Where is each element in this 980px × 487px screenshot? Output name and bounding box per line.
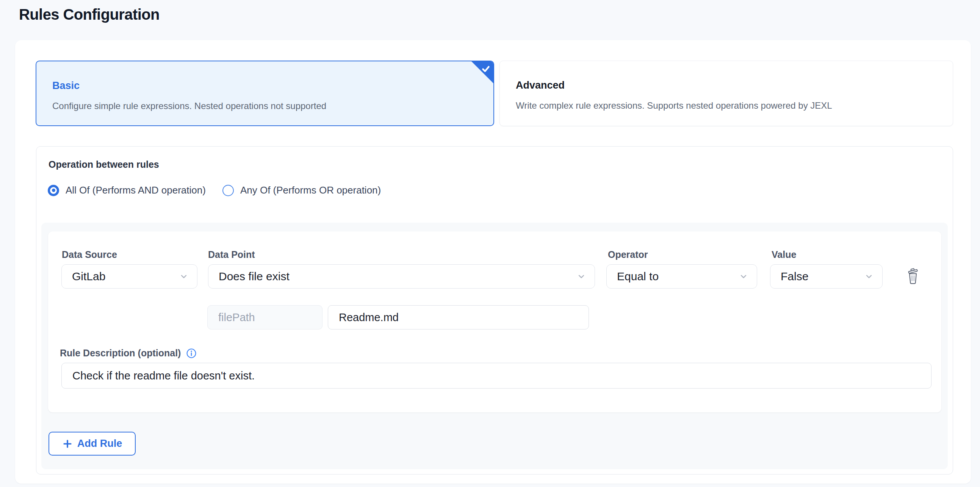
value-value: False: [781, 270, 808, 283]
basic-card-title: Basic: [52, 79, 477, 92]
chevron-down-icon: [738, 271, 748, 281]
radio-option-any-of[interactable]: Any Of (Performs OR operation): [223, 184, 381, 196]
advanced-card-description: Write complex rule expressions. Supports…: [516, 99, 937, 112]
delete-rule-button[interactable]: [903, 266, 923, 286]
radio-option-all-of[interactable]: All Of (Performs AND operation): [48, 184, 206, 196]
radio-selected-icon[interactable]: [48, 185, 59, 196]
page-title: Rules Configuration: [19, 6, 159, 23]
plus-icon: [62, 438, 73, 449]
file-path-value-input[interactable]: [328, 305, 589, 330]
rule-description-label-row: Rule Description (optional): [60, 347, 197, 359]
operation-between-rules-label: Operation between rules: [49, 159, 159, 170]
value-select[interactable]: False: [770, 264, 883, 289]
add-rule-button[interactable]: Add Rule: [49, 432, 136, 455]
check-icon: [481, 64, 491, 74]
operation-radio-group: All Of (Performs AND operation) Any Of (…: [48, 184, 381, 196]
data-source-value: GitLab: [72, 270, 105, 283]
file-path-param-input[interactable]: [207, 305, 323, 330]
rule-description-input[interactable]: [61, 363, 931, 389]
data-point-label: Data Point: [208, 249, 255, 260]
chevron-down-icon: [864, 271, 874, 281]
add-rule-label: Add Rule: [77, 438, 123, 449]
mode-card-basic[interactable]: Basic Configure simple rule expressions.…: [36, 60, 494, 126]
data-point-value: Does file exist: [219, 270, 290, 283]
chevron-down-icon: [179, 271, 189, 281]
data-source-select[interactable]: GitLab: [61, 264, 197, 289]
operator-label: Operator: [608, 249, 648, 260]
mode-card-advanced[interactable]: Advanced Write complex rule expressions.…: [500, 60, 953, 126]
radio-unselected-icon[interactable]: [223, 185, 234, 196]
operator-value: Equal to: [617, 270, 659, 283]
rule-description-label: Rule Description (optional): [60, 347, 181, 359]
advanced-card-title: Advanced: [516, 78, 937, 92]
trash-icon: [905, 268, 921, 284]
value-label: Value: [772, 249, 796, 260]
chevron-down-icon: [576, 271, 586, 281]
data-source-label: Data Source: [62, 249, 117, 260]
operator-select[interactable]: Equal to: [606, 264, 757, 289]
data-point-select[interactable]: Does file exist: [208, 264, 595, 289]
radio-label-all-of: All Of (Performs AND operation): [65, 184, 206, 196]
radio-label-any-of: Any Of (Performs OR operation): [240, 184, 381, 196]
basic-card-description: Configure simple rule expressions. Neste…: [52, 100, 477, 113]
info-icon[interactable]: [186, 348, 197, 359]
